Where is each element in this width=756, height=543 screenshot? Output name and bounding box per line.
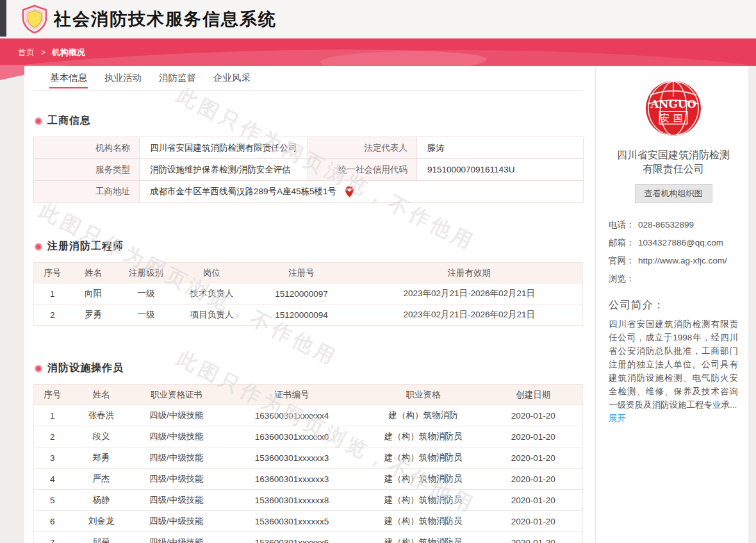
column-header: 创建日期 [484, 385, 583, 405]
logo-text-cn: 安国 [660, 113, 686, 123]
section-dot-icon [35, 243, 42, 251]
table-row: 工商地址 成都市金牛区羊西线蜀汉路289号A座45栋5楼1号 [34, 181, 584, 203]
service-type-label: 服务类型 [34, 159, 140, 181]
company-sidebar: ANGUO 安国 四川省安国建筑消防检测 有限责任公司 查看机构组织图 电话： … [595, 66, 748, 543]
table-row: 3郑勇四级/中级技能153600301xxxxxx3建（构）筑物消防员2020-… [34, 447, 583, 469]
tab-1[interactable]: 基本信息 [49, 66, 88, 91]
table-cell: 153600301xxxxxx5 [222, 511, 363, 532]
column-header: 职业资格证书 [132, 385, 222, 405]
table-cell: 2020-01-20 [484, 511, 583, 532]
column-header: 序号 [34, 385, 71, 405]
table-cell: 建（构）筑物消防员 [363, 469, 484, 490]
section-engineers-title: 注册消防工程师 [35, 240, 583, 253]
content-card: 此图只作为网页浏览，不作他用 此图只作为网页浏览，不作他用 此图只作为网页浏览，… [24, 66, 748, 543]
breadcrumb: 首页 > 机构概况 [18, 47, 85, 58]
breadcrumb-current: 机构概况 [52, 47, 85, 57]
table-cell: 四级/中级技能 [132, 405, 222, 426]
table-cell: 2 [34, 426, 71, 447]
table-cell: 5 [34, 490, 71, 511]
logo-text-en: ANGUO [650, 97, 696, 110]
section-dot-icon [35, 117, 42, 125]
table-row: 1张春洪四级/中级技能163600301xxxxxx4建（构）筑物消防2020-… [34, 405, 583, 426]
table-header-row: 序号姓名职业资格证书证书编号职业资格创建日期 [34, 385, 583, 405]
legal-rep-label: 法定代表人 [308, 137, 417, 159]
column-header: 证书编号 [222, 385, 363, 405]
views-row: 浏览： [609, 270, 738, 288]
table-cell: 项目负责人 [177, 305, 247, 326]
table-cell: 4 [34, 469, 71, 490]
table-cell: 163600301xxxxxx4 [222, 405, 363, 426]
table-cell: 2020-01-20 [484, 426, 583, 447]
table-cell: 2020-01-20 [484, 532, 583, 543]
table-cell: 建（构）筑物消防员 [363, 447, 484, 469]
table-cell: 刘金龙 [71, 511, 132, 532]
service-type-value: 消防设施维护保养检测/消防安全评估 [140, 159, 308, 181]
credit-code-label: 统一社会信用代码 [308, 159, 417, 181]
email-label: 邮箱： [609, 234, 638, 252]
legal-rep-value: 滕涛 [417, 137, 584, 159]
main-content: 此图只作为网页浏览，不作他用 此图只作为网页浏览，不作他用 此图只作为网页浏览，… [24, 66, 595, 543]
table-row: 1向阳一级技术负责人151200000972023年02月21日-2026年02… [34, 283, 583, 305]
table-cell: 7 [34, 532, 71, 543]
table-cell: 向阳 [71, 283, 116, 305]
table-cell: 建（构）筑物消防员 [363, 426, 484, 447]
website-label: 官网： [609, 252, 638, 270]
table-cell: 四级/中级技能 [132, 511, 222, 532]
tab-4[interactable]: 企业风采 [213, 66, 251, 91]
table-cell: 2020-01-20 [484, 447, 583, 469]
website-row: 官网： http://www.ag-xfjc.com/ [609, 252, 738, 270]
views-label: 浏览： [609, 270, 638, 288]
table-cell: 技术负责人 [177, 283, 247, 305]
tab-3[interactable]: 消防监督 [158, 66, 197, 91]
table-cell: 163600301xxxxxx3 [222, 469, 363, 490]
corner-notch [0, 0, 6, 37]
breadcrumb-separator: > [41, 47, 46, 57]
column-header: 姓名 [71, 263, 116, 283]
email-value: 1034327886@qq.com [638, 234, 723, 252]
table-cell: 一级 [116, 305, 177, 326]
engineers-table: 序号姓名注册级别岗位注册号注册有效期1向阳一级技术负责人151200000972… [33, 262, 583, 326]
table-cell: 建（构）筑物消防员 [363, 490, 484, 511]
table-row: 7邱菊四级/中级技能153600301xxxxxx6建（构）筑物消防员2020-… [34, 532, 583, 543]
company-intro-title: 公司简介： [609, 298, 738, 312]
table-row: 2罗勇一级项目负责人151200000942023年02月21日-2026年02… [34, 305, 583, 326]
table-cell: 163600301xxxxxx0 [222, 426, 363, 447]
table-cell: 2020-01-20 [484, 490, 583, 511]
company-logo: ANGUO 安国 [645, 80, 702, 137]
table-cell: 2020-01-20 [484, 469, 583, 490]
expand-link[interactable]: 展开 [609, 413, 626, 424]
address-label: 工商地址 [34, 181, 140, 203]
address-value: 成都市金牛区羊西线蜀汉路289号A座45栋5楼1号 [150, 186, 336, 197]
table-row: 2段义四级/中级技能163600301xxxxxx0建（构）筑物消防员2020-… [34, 426, 583, 447]
website-value: http://www.ag-xfjc.com/ [638, 252, 727, 270]
phone-row: 电话： 028-86532899 [609, 216, 738, 234]
sidebar-company-name: 四川省安国建筑消防检测 有限责任公司 [609, 148, 738, 176]
table-cell: 2023年02月21日-2026年02月21日 [356, 283, 583, 305]
table-row: 6刘金龙四级/中级技能153600301xxxxxx5建（构）筑物消防员2020… [34, 511, 583, 532]
org-name-value: 四川省安国建筑消防检测有限责任公司 [140, 137, 308, 159]
table-cell: 2020-01-20 [484, 405, 583, 426]
table-cell: 罗勇 [71, 305, 116, 326]
table-cell: 四级/中级技能 [132, 532, 222, 543]
company-intro-text: 四川省安国建筑消防检测有限责任公司，成立于1998年，经四川省公安消防总队批准，… [609, 317, 738, 412]
org-name-label: 机构名称 [34, 137, 140, 159]
column-header: 姓名 [71, 385, 132, 405]
breadcrumb-home-link[interactable]: 首页 [18, 47, 35, 57]
table-cell: 建（构）筑物消防 [363, 405, 484, 426]
org-chart-button[interactable]: 查看机构组织图 [635, 184, 712, 203]
section-business-info-title: 工商信息 [35, 114, 583, 128]
table-cell: 四级/中级技能 [132, 490, 222, 511]
phone-value: 028-86532899 [638, 216, 694, 234]
table-cell: 3 [34, 447, 71, 469]
shield-logo-icon [19, 4, 50, 35]
table-cell: 四级/中级技能 [132, 447, 222, 469]
table-row: 4严杰四级/中级技能163600301xxxxxx3建（构）筑物消防员2020-… [34, 469, 583, 490]
table-cell: 153600301xxxxxx3 [222, 447, 363, 469]
section-operators-title: 消防设施操作员 [35, 362, 583, 375]
table-cell: 15120000094 [247, 305, 356, 326]
column-header: 注册号 [247, 263, 356, 283]
map-pin-icon[interactable] [345, 186, 354, 197]
tab-2[interactable]: 执业活动 [104, 66, 142, 91]
table-cell: 四级/中级技能 [132, 426, 222, 447]
address-cell: 成都市金牛区羊西线蜀汉路289号A座45栋5楼1号 [140, 181, 584, 203]
